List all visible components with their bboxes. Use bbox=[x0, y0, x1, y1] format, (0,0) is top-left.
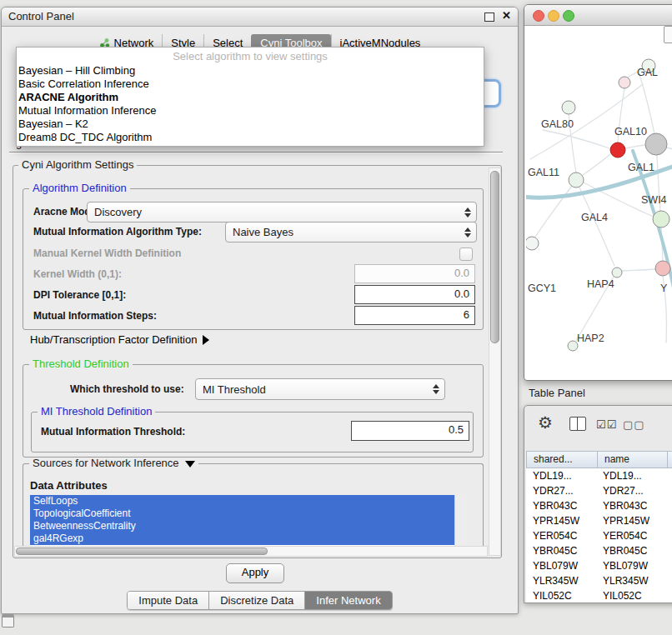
bottom-tab-segments: Impute DataDiscretize DataInfer Network bbox=[127, 591, 392, 610]
bottom-tabbar: Impute DataDiscretize DataInfer Network bbox=[2, 591, 518, 610]
algorithm-options: Bayesian – Hill ClimbingBasic Correlatio… bbox=[17, 64, 484, 144]
network-node[interactable] bbox=[569, 172, 584, 188]
algorithm-option[interactable]: Bayesian – Hill Climbing bbox=[17, 64, 484, 78]
table-row[interactable]: YBL079WYBL079W bbox=[526, 558, 672, 573]
attribute-item[interactable]: gal4RGexp bbox=[30, 532, 455, 545]
network-canvas[interactable]: GALGAL80GAL10GAL11GAL1SWI4GAL4GCY1HAP4YH… bbox=[526, 26, 672, 378]
kernel-width-label: Kernel Width (0,1): bbox=[33, 268, 122, 280]
table-cell: YER054C bbox=[596, 528, 665, 543]
table-cell: YIL052C bbox=[596, 588, 665, 602]
attribute-item[interactable]: BetweennessCentrality bbox=[30, 520, 455, 532]
zoom-traffic-light-icon[interactable] bbox=[563, 10, 574, 22]
network-node[interactable] bbox=[610, 142, 625, 158]
tab-discretize-data[interactable]: Discretize Data bbox=[208, 592, 304, 609]
scrollbar-thumb[interactable] bbox=[490, 171, 499, 343]
algorithm-dropdown-popup: Select algorithm to view settings Bayesi… bbox=[16, 47, 484, 147]
aracne-mode-select[interactable]: Discovery bbox=[87, 202, 477, 222]
mi-type-select[interactable]: Naive Bayes bbox=[225, 222, 477, 242]
network-node[interactable] bbox=[612, 268, 622, 278]
mi-steps-label: Mutual Information Steps: bbox=[33, 310, 157, 322]
column-header-extra[interactable] bbox=[668, 451, 672, 468]
network-node[interactable] bbox=[645, 133, 667, 155]
table-cell: 9. bbox=[665, 543, 672, 558]
which-threshold-select[interactable]: MI Threshold bbox=[195, 378, 445, 400]
column-header-name[interactable]: name bbox=[598, 451, 668, 468]
manual-kernel-checkbox[interactable] bbox=[459, 248, 473, 261]
sources-label: Sources for Network Inference bbox=[33, 457, 179, 469]
algorithm-definition-title: Algorithm Definition bbox=[29, 182, 130, 194]
table-cell: 13 bbox=[665, 468, 672, 483]
which-threshold-value: MI Threshold bbox=[196, 383, 430, 396]
tab-infer-network[interactable]: Infer Network bbox=[304, 592, 391, 609]
table-row[interactable]: YPR145WYPR145W9. bbox=[526, 513, 672, 528]
data-attributes-label: Data Attributes bbox=[30, 479, 108, 492]
close-traffic-light-icon[interactable] bbox=[533, 10, 544, 22]
tab-impute-data[interactable]: Impute Data bbox=[128, 592, 208, 609]
mi-type-label: Mutual Information Algorithm Type: bbox=[33, 226, 202, 238]
algorithm-option[interactable]: Basic Correlation Inference bbox=[17, 78, 484, 91]
minimized-panel-icon[interactable] bbox=[2, 614, 14, 628]
apply-button[interactable]: Apply bbox=[226, 563, 284, 583]
network-node[interactable] bbox=[526, 237, 539, 250]
table-cell bbox=[665, 558, 672, 573]
network-node[interactable] bbox=[655, 261, 670, 276]
scrollbar-thumb[interactable] bbox=[16, 548, 268, 555]
table-row[interactable]: YER054CYER054C8. bbox=[526, 528, 672, 543]
settings-horizontal-scrollbar[interactable] bbox=[14, 546, 488, 557]
table-row[interactable]: YDR27...YDR27...12 bbox=[526, 483, 672, 498]
table-toolbar: ⚙ ☑☑ ▢▢ bbox=[524, 406, 672, 449]
mi-type-value: Naive Bayes bbox=[226, 226, 462, 238]
algorithm-option[interactable]: Mutual Information Inference bbox=[17, 104, 484, 118]
select-all-checkboxes-icon[interactable]: ☑☑ bbox=[596, 418, 617, 431]
column-header-shared[interactable]: shared... bbox=[526, 451, 598, 468]
which-threshold-label: Which threshold to use: bbox=[70, 383, 184, 395]
table-row[interactable]: YIL052CYIL052C bbox=[526, 588, 672, 602]
dpi-tolerance-label: DPI Tolerance [0,1]: bbox=[33, 289, 126, 301]
network-window-titlebar[interactable] bbox=[524, 5, 672, 26]
minimize-traffic-light-icon[interactable] bbox=[548, 10, 559, 22]
table-cell: YLR345W bbox=[526, 573, 596, 588]
data-attributes-list[interactable]: SelfLoopsTopologicalCoefficientBetweenne… bbox=[30, 495, 466, 546]
network-edge bbox=[535, 186, 572, 237]
combo-arrows-icon bbox=[462, 228, 474, 238]
table-cell: YBR043C bbox=[526, 498, 596, 513]
algorithm-option[interactable]: ARACNE Algorithm bbox=[17, 91, 484, 104]
network-graph: GALGAL80GAL10GAL11GAL1SWI4GAL4GCY1HAP4YH… bbox=[526, 26, 672, 378]
float-window-icon[interactable] bbox=[484, 12, 494, 22]
column-selector-icon[interactable] bbox=[569, 417, 586, 431]
table-row[interactable]: YBR045CYBR045C9. bbox=[526, 543, 672, 558]
overview-box[interactable] bbox=[664, 26, 672, 43]
table-cell bbox=[665, 588, 672, 602]
network-node[interactable] bbox=[653, 211, 669, 228]
attribute-item[interactable]: TopologicalCoefficient bbox=[30, 508, 455, 520]
node-label: GAL80 bbox=[541, 118, 574, 130]
mi-threshold-input[interactable]: 0.5 bbox=[351, 421, 469, 441]
sources-group-title[interactable]: Sources for Network Inference bbox=[29, 458, 198, 469]
mi-steps-input[interactable]: 6 bbox=[354, 306, 475, 325]
algorithm-option[interactable]: Dream8 DC_TDC Algorithm bbox=[17, 131, 484, 144]
table-row[interactable]: YDL19...YDL19...13 bbox=[526, 468, 672, 483]
gear-icon[interactable]: ⚙ bbox=[538, 412, 553, 432]
hub-definition-toggle[interactable]: Hub/Transcription Factor Definition bbox=[30, 333, 209, 346]
network-node[interactable] bbox=[619, 77, 630, 88]
kernel-width-input[interactable]: 0.0 bbox=[354, 264, 475, 283]
table-cell: YDR27... bbox=[596, 483, 665, 498]
algorithm-placeholder: Select algorithm to view settings bbox=[17, 48, 484, 64]
table-row[interactable]: YLR345WYLR345W9. bbox=[526, 573, 672, 588]
algorithm-option[interactable]: Bayesian – K2 bbox=[17, 118, 484, 131]
deselect-all-checkboxes-icon[interactable]: ▢▢ bbox=[623, 418, 645, 431]
table-cell: YDL19... bbox=[596, 468, 665, 483]
network-node[interactable] bbox=[562, 101, 575, 114]
attributes-scrollbar[interactable] bbox=[454, 495, 466, 546]
settings-vertical-scrollbar[interactable] bbox=[489, 168, 501, 556]
control-panel-titlebar[interactable]: Control Panel ✕ bbox=[2, 8, 518, 27]
close-icon[interactable]: ✕ bbox=[502, 9, 511, 22]
attribute-item[interactable]: SelfLoops bbox=[30, 495, 455, 508]
network-view-window: GALGAL80GAL10GAL11GAL1SWI4GAL4GCY1HAP4YH… bbox=[524, 4, 672, 381]
threshold-definition-title: Threshold Definition bbox=[29, 358, 133, 370]
table-cell: YER054C bbox=[526, 528, 596, 543]
table-cell: YBL079W bbox=[596, 558, 665, 573]
table-row[interactable]: YBR043CYBR043C bbox=[526, 498, 672, 513]
dpi-tolerance-input[interactable]: 0.0 bbox=[354, 285, 475, 304]
network-edge bbox=[622, 269, 655, 271]
